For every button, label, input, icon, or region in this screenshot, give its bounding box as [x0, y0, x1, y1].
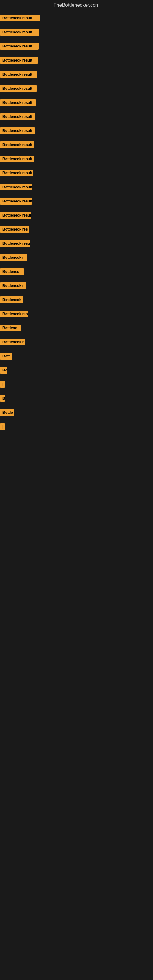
list-item: Bottleneck result [0, 68, 153, 82]
bottleneck-result-badge: Bottleneck result [0, 170, 33, 177]
bottleneck-result-badge: Bottleneck result [0, 29, 39, 35]
list-item: | [0, 420, 153, 434]
list-item: Bottleneck result [0, 40, 153, 54]
bottleneck-result-badge: Bott [0, 353, 12, 360]
bottleneck-result-badge: | [0, 423, 5, 430]
bottleneck-result-badge: Bottleneck result [0, 156, 33, 162]
bottleneck-result-badge: Bottleneck result [0, 142, 34, 148]
site-title: TheBottlenecker.com [0, 0, 153, 12]
list-item: Bottleneck res [0, 307, 153, 321]
bottleneck-result-badge: Bottle [0, 409, 14, 416]
list-item: Bottleneck r [0, 251, 153, 265]
bottleneck-result-badge: Bottleneck r [0, 339, 25, 345]
list-item: B [0, 392, 153, 406]
list-item: Bottleneck result [0, 54, 153, 68]
bottleneck-result-badge: B [0, 395, 5, 402]
list-item: Bottleneck result [0, 124, 153, 138]
bottleneck-result-badge: Bottleneck result [0, 198, 32, 205]
bottleneck-result-badge: Bottleneck result [0, 43, 38, 49]
list-item: Bottleneck result [0, 209, 153, 223]
bottleneck-result-badge: Bottleneck result [0, 113, 35, 120]
list-item: Bottleneck result [0, 110, 153, 124]
bottleneck-result-badge: Bottleneck res [0, 310, 28, 317]
bottleneck-result-badge: Bottleneck [0, 296, 23, 303]
bottleneck-result-badge: Bottleneck result [0, 240, 30, 247]
bottleneck-result-badge: Bottleneck result [0, 99, 36, 106]
list-item: Bottlene [0, 321, 153, 336]
bottleneck-result-badge: Bottleneck res [0, 226, 29, 233]
bottleneck-result-badge: Bottleneck result [0, 15, 40, 21]
bottleneck-result-badge: Bottleneck r [0, 254, 27, 261]
bottleneck-result-badge: | [0, 381, 5, 388]
list-item: Bottleneck result [0, 181, 153, 195]
list-item: Bottleneck result [0, 82, 153, 96]
list-item: Bottleneck result [0, 153, 153, 167]
list-item: | [0, 378, 153, 392]
list-item: Bottleneck result [0, 12, 153, 26]
bottleneck-result-badge: Bottleneck result [0, 212, 31, 219]
list-item: Bottleneck r [0, 279, 153, 293]
bottleneck-result-badge: Bottleneck result [0, 71, 37, 78]
list-item: Bottleneck res [0, 223, 153, 237]
list-item: Bottlenec [0, 265, 153, 279]
list-item: Bottleneck result [0, 167, 153, 181]
bottleneck-result-badge: Bottleneck result [0, 184, 32, 191]
bottleneck-result-badge: Bottleneck r [0, 282, 26, 289]
bottleneck-result-badge: Bottleneck result [0, 85, 37, 92]
list-item: Bottleneck result [0, 138, 153, 153]
list-item: Bottleneck [0, 293, 153, 307]
bottleneck-result-badge: Bottleneck result [0, 57, 38, 64]
bottleneck-result-badge: Bottleneck result [0, 127, 35, 134]
bottleneck-result-badge: Bottlenec [0, 268, 24, 275]
list-item: Bottleneck result [0, 26, 153, 40]
list-item: Bo [0, 364, 153, 378]
list-item: Bott [0, 350, 153, 364]
bottleneck-result-badge: Bottlene [0, 325, 21, 331]
list-item: Bottleneck r [0, 336, 153, 350]
bottleneck-result-badge: Bo [0, 367, 7, 374]
list-item: Bottle [0, 406, 153, 420]
list-item: Bottleneck result [0, 237, 153, 251]
list-item: Bottleneck result [0, 195, 153, 209]
list-item: Bottleneck result [0, 96, 153, 110]
